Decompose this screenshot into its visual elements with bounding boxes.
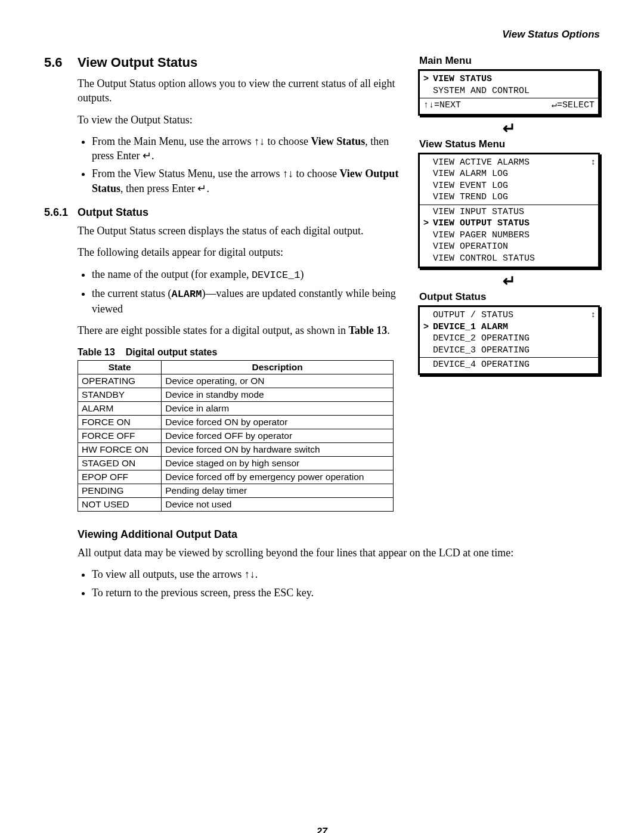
states-table: State Description OPERATINGDevice operat… bbox=[78, 360, 394, 512]
detail-1: the name of the output (for example, DEV… bbox=[92, 267, 400, 283]
main-menu-label: Main Menu bbox=[419, 55, 600, 67]
section-title: View Output Status bbox=[78, 55, 197, 70]
running-head: View Status Options bbox=[44, 29, 600, 41]
additional-intro: All output data may be viewed by scrolli… bbox=[78, 546, 600, 560]
section-number: 5.6 bbox=[44, 55, 78, 70]
nav-select-hint: ↵=SELECT bbox=[552, 100, 595, 112]
subsection-title: Output Status bbox=[78, 206, 148, 219]
table-row: NOT USEDDevice not used bbox=[78, 498, 394, 512]
table-row: FORCE ONDevice forced ON by operator bbox=[78, 416, 394, 429]
table-caption: Table 13 Digital output states bbox=[78, 347, 400, 358]
to-view-line: To view the Output Status: bbox=[78, 113, 400, 127]
output-status-lcd: ↕ OUTPUT / STATUS > DEVICE_1 ALARM DEVIC… bbox=[418, 305, 600, 375]
table-row: FORCE OFFDevice forced OFF by operator bbox=[78, 429, 394, 443]
col-desc: Description bbox=[162, 361, 394, 374]
table-row: EPOP OFFDevice forced off by emergency p… bbox=[78, 470, 394, 484]
table-row: HW FORCE ONDevice forced ON by hardware … bbox=[78, 443, 394, 457]
main-menu-lcd: > VIEW STATUS SYSTEM AND CONTROL ↑↓=NEXT… bbox=[418, 69, 600, 116]
updown-icon: ↕ bbox=[591, 157, 596, 168]
additional-b2: To return to the previous screen, press … bbox=[92, 586, 600, 600]
step-2: From the View Status Menu, use the arrow… bbox=[92, 166, 400, 196]
table-row: STANDBYDevice in standby mode bbox=[78, 388, 394, 402]
subsection-p1: The Output Status screen displays the st… bbox=[78, 224, 400, 238]
table-row: ALARMDevice in alarm bbox=[78, 402, 394, 416]
step-1: From the Main Menu, use the arrows ↑↓ to… bbox=[92, 134, 400, 163]
output-status-label: Output Status bbox=[419, 291, 600, 303]
table-row: PENDINGPending delay timer bbox=[78, 484, 394, 498]
additional-b1: To view all outputs, use the arrows ↑↓. bbox=[92, 567, 600, 581]
nav-next-hint: ↑↓=NEXT bbox=[423, 100, 461, 112]
detail-2: the current status (ALARM)—values are up… bbox=[92, 286, 400, 316]
table-row: OPERATINGDevice operating, or ON bbox=[78, 374, 394, 388]
caret-icon: > bbox=[423, 321, 433, 333]
updown-icon: ↕ bbox=[591, 309, 596, 320]
enter-icon: ↵ bbox=[418, 120, 600, 136]
view-status-label: View Status Menu bbox=[419, 138, 600, 150]
col-state: State bbox=[78, 361, 162, 374]
subsection-p3: There are eight possible states for a di… bbox=[78, 323, 400, 337]
caret-icon: > bbox=[423, 73, 433, 85]
page-number: 27 bbox=[44, 826, 600, 833]
subsection-number: 5.6.1 bbox=[44, 206, 78, 219]
caret-icon: > bbox=[423, 218, 433, 230]
view-status-lcd: ↕ VIEW ACTIVE ALARMS VIEW ALARM LOG VIEW… bbox=[418, 153, 600, 269]
subsection-p2: The following details appear for digital… bbox=[78, 245, 400, 259]
additional-heading: Viewing Additional Output Data bbox=[78, 528, 600, 541]
table-row: STAGED ONDevice staged on by high sensor bbox=[78, 457, 394, 470]
section-intro: The Output Status option allows you to v… bbox=[78, 76, 400, 106]
enter-icon: ↵ bbox=[418, 273, 600, 289]
